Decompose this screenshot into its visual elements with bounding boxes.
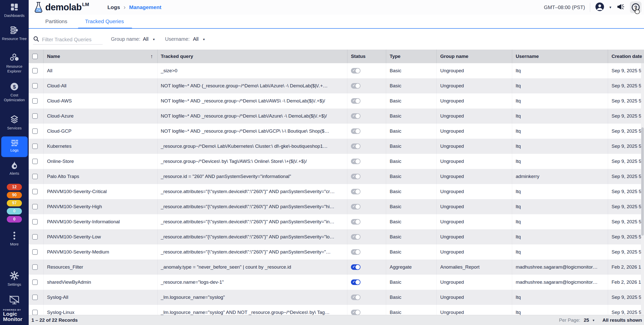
status-toggle[interactable]: ✓ (351, 159, 360, 164)
user-avatar[interactable] (595, 2, 604, 12)
sidebar-item-services[interactable]: Services (0, 115, 29, 130)
row-checkbox[interactable] (32, 219, 38, 225)
status-toggle[interactable]: ✓ (351, 143, 360, 149)
table-row[interactable]: Cloud-GCP NOT logfile~* AND _resource.gr… (29, 124, 644, 139)
column-header-tracked-query[interactable]: Tracked query (158, 50, 347, 63)
sidebar-item-classic-ui[interactable] (0, 295, 29, 305)
sidebar-item-more[interactable]: More (0, 231, 29, 246)
row-checkbox[interactable] (32, 249, 38, 255)
table-row[interactable]: sharedViewByAdmin _resource.name="logs-d… (29, 275, 644, 290)
row-checkbox[interactable] (32, 204, 38, 209)
status-toggle[interactable]: ✓ (351, 68, 360, 74)
cell-name[interactable]: PANVM100-Severity-Informational (44, 214, 158, 229)
table-row[interactable]: Syslog-All _lm.logsource_name="syslog" ✓… (29, 290, 644, 305)
column-header-type[interactable]: Type (386, 50, 437, 63)
row-checkbox[interactable] (32, 98, 38, 104)
cell-name[interactable]: Online-Store (44, 154, 158, 169)
cell-name[interactable]: PANVM100-Severity-Medium (44, 244, 158, 260)
table-row[interactable]: Palo Alto Traps _resource.id = "260" AND… (29, 169, 644, 184)
column-header-name[interactable]: Name ↑ (44, 50, 158, 63)
sidebar-item-resource-explorer[interactable]: Resource Explorer (0, 53, 29, 74)
status-toggle[interactable]: ✓ (351, 189, 360, 194)
status-toggle[interactable]: ✓ (351, 295, 360, 300)
group-name-filter-value[interactable]: All (143, 29, 148, 50)
table-row[interactable]: PANVM100-Severity-Medium _resource.attri… (29, 244, 644, 260)
status-toggle[interactable]: ✓ (351, 234, 360, 240)
per-page-value[interactable]: 25 (584, 317, 589, 323)
table-row[interactable]: Syslog-Linux _lm.logsource_name="syslog"… (29, 305, 644, 315)
status-toggle[interactable]: ✓ (351, 249, 360, 255)
cell-name[interactable]: sharedViewByAdmin (44, 275, 158, 290)
cell-name[interactable]: Cloud-All (44, 78, 158, 93)
per-page-caret-icon[interactable]: ▾ (593, 310, 594, 325)
status-toggle[interactable]: ✓ (351, 83, 360, 89)
table-row[interactable]: Cloud-AWS NOT logfile~* AND _resource.gr… (29, 93, 644, 109)
table-row[interactable]: Online-Store _resource.group~/^Devices\ … (29, 154, 644, 169)
table-row[interactable]: PANVM100-Severity-High _resource.attribu… (29, 199, 644, 214)
help-button[interactable]: ? (630, 2, 641, 13)
group-name-caret-icon[interactable]: ▾ (153, 29, 155, 50)
username-caret-icon[interactable]: ▾ (203, 29, 205, 50)
table-row[interactable]: PANVM100-Severity-Critical _resource.att… (29, 184, 644, 199)
alert-badge-other[interactable]: 0 (7, 216, 22, 223)
cell-name[interactable]: All (44, 63, 158, 78)
cell-name[interactable]: PANVM100-Severity-Low (44, 229, 158, 244)
status-toggle[interactable]: ✓ (351, 113, 360, 119)
row-checkbox[interactable] (32, 279, 38, 285)
status-toggle[interactable]: ✓ (351, 174, 360, 179)
table-row[interactable]: PANVM100-Severity-Informational _resourc… (29, 214, 644, 229)
cell-name[interactable]: Cloud-AWS (44, 93, 158, 109)
tab-partitions[interactable]: Partitions (45, 15, 67, 28)
sidebar-item-logs[interactable]: Logs (1, 136, 28, 157)
vertical-scrollbar[interactable] (641, 63, 644, 315)
row-checkbox[interactable] (32, 310, 38, 315)
row-checkbox[interactable] (32, 83, 38, 89)
sidebar-item-resource-tree[interactable]: Resource Tree (0, 26, 29, 41)
tab-tracked-queries[interactable]: Tracked Queries (85, 15, 124, 28)
column-header-creation-date[interactable]: Creation date (608, 50, 644, 63)
status-toggle[interactable]: ✓ (351, 310, 360, 315)
table-row[interactable]: Resources_Filter _anomaly.type = "never_… (29, 260, 644, 275)
select-all-checkbox[interactable] (32, 54, 38, 59)
alert-badge-info[interactable]: 0 (7, 208, 22, 214)
table-row[interactable]: PANVM100-Severity-Low _resource.attribut… (29, 229, 644, 244)
table-row[interactable]: Kubernetes _resource.group~/^Demo\ Lab\/… (29, 139, 644, 154)
row-checkbox[interactable] (32, 234, 38, 240)
cell-name[interactable]: PANVM100-Severity-Critical (44, 184, 158, 199)
row-checkbox[interactable] (32, 128, 38, 134)
scrollbar-thumb[interactable] (641, 127, 644, 236)
status-toggle[interactable]: ✓ (351, 219, 360, 225)
row-checkbox[interactable] (32, 264, 38, 270)
status-toggle[interactable]: ✓ (351, 279, 360, 285)
column-header-group-name[interactable]: Group name (437, 50, 512, 63)
announcements-icon[interactable] (616, 3, 625, 12)
status-toggle[interactable]: ✓ (351, 98, 360, 104)
row-checkbox[interactable] (32, 143, 38, 149)
sidebar-item-cost-optimization[interactable]: $ Cost Optimization (0, 82, 29, 102)
cell-name[interactable]: Syslog-Linux (44, 305, 158, 315)
table-row[interactable]: Cloud-Azure NOT logfile~* AND _resource.… (29, 109, 644, 124)
row-checkbox[interactable] (32, 113, 38, 119)
cell-name[interactable]: Palo Alto Traps (44, 169, 158, 184)
alert-badge-error[interactable]: 90 (7, 192, 22, 198)
username-filter-value[interactable]: All (193, 29, 198, 50)
sidebar-item-dashboards[interactable]: Dashboards (0, 3, 29, 18)
search-input[interactable] (42, 37, 103, 43)
row-checkbox[interactable] (32, 189, 38, 194)
cell-name[interactable]: Cloud-Azure (44, 109, 158, 124)
sort-ascending-icon[interactable]: ↑ (150, 53, 153, 59)
column-header-status[interactable]: Status (347, 50, 386, 63)
search-field[interactable] (33, 35, 103, 45)
breadcrumb-management[interactable]: Management (129, 4, 161, 10)
cell-name[interactable]: Resources_Filter (44, 260, 158, 275)
cell-name[interactable]: Cloud-GCP (44, 124, 158, 139)
row-checkbox[interactable] (32, 159, 38, 164)
cell-name[interactable]: Kubernetes (44, 139, 158, 154)
status-toggle[interactable]: ✓ (351, 128, 360, 134)
alert-badge-critical[interactable]: 12 (7, 184, 22, 190)
user-menu-caret-icon[interactable]: ▾ (609, 5, 611, 10)
status-toggle[interactable]: ✓ (351, 204, 360, 209)
status-toggle[interactable]: ✓ (351, 264, 360, 270)
row-checkbox[interactable] (32, 68, 38, 74)
breadcrumb-logs[interactable]: Logs (107, 4, 120, 10)
